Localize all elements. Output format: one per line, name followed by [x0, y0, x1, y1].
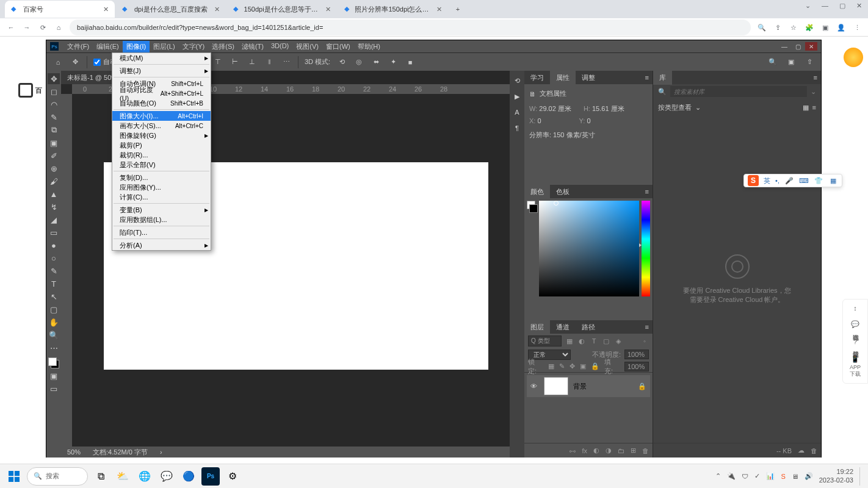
minimize-icon[interactable]: —: [822, 2, 828, 10]
filter-adjust-icon[interactable]: ◐: [577, 337, 586, 345]
pen-tool[interactable]: ✎: [48, 265, 60, 276]
filter-shape-icon[interactable]: ▢: [602, 337, 610, 345]
mic-icon[interactable]: 🎤: [784, 176, 794, 185]
task-view-icon[interactable]: ⧉: [92, 467, 110, 486]
ps-maximize-button[interactable]: ▢: [792, 42, 804, 51]
share-icon[interactable]: ⇧: [804, 57, 815, 68]
3d-orbit-icon[interactable]: ⟲: [336, 57, 347, 68]
zoom-tool[interactable]: 🔍: [48, 329, 60, 340]
shirt-icon[interactable]: 👕: [814, 176, 823, 185]
menu-item[interactable]: 陷印(T)...: [112, 228, 211, 237]
taskbar-search[interactable]: 🔍搜索: [27, 467, 88, 486]
browser-tab[interactable]: ◆ dpi是什么意思_百度搜索 ✕: [116, 1, 226, 18]
panel-menu-icon[interactable]: ≡: [810, 74, 821, 81]
zoom-level[interactable]: 50%: [67, 448, 81, 456]
para-icon[interactable]: ¶: [512, 123, 522, 133]
menu-7[interactable]: 3D(D): [267, 41, 292, 52]
char-icon[interactable]: A: [512, 107, 522, 117]
menu-2[interactable]: 图像(I): [123, 41, 150, 52]
tab-channels[interactable]: 通道: [550, 320, 576, 334]
chrome-app-icon[interactable]: 🌐: [136, 467, 154, 486]
quickmask-tool[interactable]: ▣: [48, 370, 60, 381]
filter-pixel-icon[interactable]: ▦: [565, 337, 574, 345]
tab-swatches[interactable]: 色板: [550, 185, 576, 199]
chevron-down-icon[interactable]: ⌄: [695, 104, 701, 112]
hue-slider[interactable]: [642, 201, 650, 296]
filter-toggle-icon[interactable]: ◦: [640, 337, 649, 345]
tab-properties[interactable]: 属性: [550, 71, 576, 85]
lock-nest-icon[interactable]: ▣: [580, 362, 586, 370]
tray-sogou-icon[interactable]: S: [781, 473, 785, 480]
tab-adjust[interactable]: 调整: [576, 71, 601, 85]
filter-type-icon[interactable]: T: [590, 337, 598, 345]
play-icon[interactable]: ▶: [512, 92, 522, 101]
3d-scale-icon[interactable]: ✦: [388, 57, 399, 68]
menu-10[interactable]: 帮助(H): [354, 41, 384, 52]
delete-icon[interactable]: 🗑: [811, 447, 817, 454]
grid-view-icon[interactable]: ▦: [803, 104, 809, 112]
blur-tool[interactable]: ●: [48, 240, 60, 251]
menu-item[interactable]: 自动颜色(O)Shift+Ctrl+B: [112, 98, 211, 108]
keyboard-icon[interactable]: ⌨: [799, 176, 809, 185]
gradient-tool[interactable]: ▭: [48, 227, 60, 238]
tray-clock[interactable]: 19:222023-02-03: [819, 468, 853, 484]
sv-picker[interactable]: [539, 201, 639, 296]
tray-display-icon[interactable]: 🖥: [792, 473, 798, 480]
opacity-value[interactable]: 100%: [624, 350, 649, 359]
browser-tab[interactable]: ◆ 照片分辨率150dpi怎么调-百度... ✕: [338, 1, 448, 18]
toolbox-icon[interactable]: ▦: [828, 176, 838, 185]
menu-1[interactable]: 编辑(E): [93, 41, 123, 52]
tray-security-icon[interactable]: 🛡: [742, 473, 748, 480]
fill-layer-icon[interactable]: ◑: [606, 447, 612, 454]
browser-tab-active[interactable]: ◆ 百家号 ✕: [5, 1, 115, 18]
brush-tool[interactable]: 🖌: [48, 176, 60, 187]
tray-chart-icon[interactable]: 📊: [766, 472, 775, 480]
marquee-tool[interactable]: ◻: [48, 86, 60, 97]
menu-item[interactable]: 复制(D)...: [112, 173, 211, 182]
panel-menu-icon[interactable]: ≡: [642, 74, 653, 81]
menu-0[interactable]: 文件(F): [63, 41, 93, 52]
feedback-button[interactable]: ?问题反馈: [851, 338, 859, 346]
lock-brush-icon[interactable]: ✎: [559, 362, 565, 370]
fill-value[interactable]: 100%: [624, 362, 649, 371]
close-icon[interactable]: ✕: [103, 5, 109, 13]
tray-shield-icon[interactable]: ✓: [754, 472, 760, 480]
3d-camera-icon[interactable]: ■: [405, 57, 416, 68]
menu-8[interactable]: 视图(V): [292, 41, 322, 52]
profile-icon[interactable]: 👤: [836, 23, 846, 32]
menu-item[interactable]: 裁切(R)...: [112, 150, 211, 160]
new-layer-icon[interactable]: ⊞: [631, 447, 636, 454]
more-tools[interactable]: ⋯: [48, 342, 60, 353]
lock-trans-icon[interactable]: ▦: [548, 362, 554, 370]
menu-4[interactable]: 文字(Y): [179, 41, 209, 52]
lock-move-icon[interactable]: ✥: [570, 362, 575, 370]
valign-bot-icon[interactable]: ⊥: [247, 57, 258, 68]
new-tab-button[interactable]: +: [449, 1, 466, 18]
menu-item[interactable]: 画布大小(S)...Alt+Ctrl+C: [112, 121, 211, 131]
list-view-icon[interactable]: ≡: [812, 104, 816, 111]
ime-toolbar[interactable]: S 英 •, 🎤 ⌨ 👕 ▦: [743, 174, 842, 187]
filter-smart-icon[interactable]: ◈: [614, 337, 623, 345]
layer-filter-input[interactable]: [528, 336, 562, 346]
menu-item[interactable]: 裁剪(P): [112, 140, 211, 150]
menu-item[interactable]: 计算(C)...: [112, 192, 211, 202]
eyedropper-tool[interactable]: ✐: [48, 150, 60, 161]
hand-tool[interactable]: ✋: [48, 317, 60, 328]
workspace-icon[interactable]: ▣: [786, 57, 797, 68]
home-icon[interactable]: ⌂: [54, 23, 63, 32]
menu-item[interactable]: 应用图像(Y)...: [112, 182, 211, 192]
menu-9[interactable]: 窗口(W): [322, 41, 354, 52]
search-icon[interactable]: 🔍: [767, 57, 778, 68]
menu-icon[interactable]: ⋮: [852, 23, 862, 32]
heal-tool[interactable]: ⊕: [48, 163, 60, 174]
move-tool[interactable]: ✥: [48, 73, 60, 84]
tray-notifications-icon[interactable]: [859, 467, 863, 486]
path-tool[interactable]: ↖: [48, 291, 60, 302]
fx-icon[interactable]: fx: [582, 447, 587, 454]
menu-item[interactable]: 调整(J)▶: [112, 66, 211, 76]
browser-app-icon[interactable]: 🔵: [179, 467, 198, 486]
tab-layers[interactable]: 图层: [524, 320, 550, 334]
valign-mid-icon[interactable]: ⊢: [230, 57, 241, 68]
ps-close-button[interactable]: ✕: [805, 42, 817, 51]
group-icon[interactable]: 🗀: [618, 447, 624, 454]
